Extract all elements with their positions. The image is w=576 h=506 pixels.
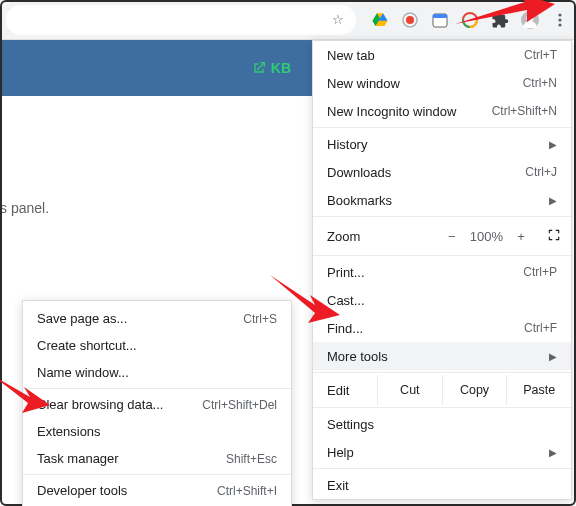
menu-separator	[313, 407, 571, 408]
menu-shortcut: Ctrl+Shift+N	[492, 104, 557, 118]
menu-more-tools[interactable]: More tools ▶	[313, 342, 571, 370]
menu-shortcut: Ctrl+P	[523, 265, 557, 279]
menu-print[interactable]: Print... Ctrl+P	[313, 258, 571, 286]
menu-label: Help	[327, 445, 354, 460]
menu-label: Settings	[327, 417, 374, 432]
svg-point-9	[558, 13, 561, 16]
menu-separator	[23, 388, 291, 389]
menu-new-incognito[interactable]: New Incognito window Ctrl+Shift+N	[313, 97, 571, 125]
copy-button[interactable]: Copy	[442, 375, 507, 405]
menu-separator	[313, 216, 571, 217]
menu-separator	[313, 468, 571, 469]
menu-bookmarks[interactable]: Bookmarks ▶	[313, 186, 571, 214]
annotation-arrow-icon	[270, 275, 340, 328]
record-icon[interactable]	[400, 10, 420, 30]
menu-label: Clear browsing data...	[37, 397, 163, 412]
menu-shortcut: Ctrl+N	[523, 76, 557, 90]
menu-history[interactable]: History ▶	[313, 130, 571, 158]
menu-label: Extensions	[37, 424, 101, 439]
page-body-text: s panel.	[0, 200, 49, 216]
menu-separator	[313, 372, 571, 373]
menu-label: New Incognito window	[327, 104, 456, 119]
menu-shortcut: Ctrl+Shift+Del	[202, 398, 277, 412]
chevron-right-icon: ▶	[549, 447, 557, 458]
menu-shortcut: Ctrl+Shift+I	[217, 484, 277, 498]
menu-new-window[interactable]: New window Ctrl+N	[313, 69, 571, 97]
svg-point-1	[406, 16, 414, 24]
cut-button[interactable]: Cut	[377, 375, 442, 405]
menu-label: New window	[327, 76, 400, 91]
kb-label: KB	[271, 60, 291, 76]
page-header: KB	[0, 40, 312, 96]
edit-label: Edit	[313, 383, 377, 398]
menu-help[interactable]: Help ▶	[313, 438, 571, 466]
svg-point-10	[558, 18, 561, 21]
zoom-in-button[interactable]: +	[509, 229, 533, 244]
menu-label: More tools	[327, 349, 388, 364]
chevron-right-icon: ▶	[549, 351, 557, 362]
menu-label: Bookmarks	[327, 193, 392, 208]
submenu-developer-tools[interactable]: Developer tools Ctrl+Shift+I	[23, 477, 291, 504]
paste-button[interactable]: Paste	[506, 375, 571, 405]
menu-label: New tab	[327, 48, 375, 63]
menu-separator	[313, 255, 571, 256]
address-bar[interactable]: ☆	[6, 5, 356, 35]
menu-label: History	[327, 137, 367, 152]
submenu-clear-browsing-data[interactable]: Clear browsing data... Ctrl+Shift+Del	[23, 391, 291, 418]
chevron-right-icon: ▶	[549, 139, 557, 150]
zoom-label: Zoom	[327, 229, 440, 244]
annotation-arrow-icon	[0, 375, 52, 418]
menu-label: Exit	[327, 478, 349, 493]
kb-button[interactable]: KB	[250, 59, 292, 77]
zoom-out-button[interactable]: −	[440, 229, 464, 244]
drive-icon[interactable]	[370, 10, 390, 30]
chrome-main-menu: New tab Ctrl+T New window Ctrl+N New Inc…	[312, 40, 572, 500]
calendar-icon[interactable]	[430, 10, 450, 30]
fullscreen-icon[interactable]	[547, 228, 561, 245]
menu-cast[interactable]: Cast...	[313, 286, 571, 314]
submenu-task-manager[interactable]: Task manager Shift+Esc	[23, 445, 291, 472]
star-icon[interactable]: ☆	[332, 12, 344, 27]
svg-point-11	[558, 23, 561, 26]
annotation-arrow-icon	[455, 0, 555, 37]
menu-exit[interactable]: Exit	[313, 471, 571, 499]
menu-zoom: Zoom − 100% +	[313, 219, 571, 253]
menu-shortcut: Shift+Esc	[226, 452, 277, 466]
submenu-create-shortcut[interactable]: Create shortcut...	[23, 332, 291, 359]
more-tools-submenu: Save page as... Ctrl+S Create shortcut..…	[22, 300, 292, 506]
menu-edit-row: Edit Cut Copy Paste	[313, 375, 571, 405]
menu-separator	[23, 474, 291, 475]
menu-label: Save page as...	[37, 311, 127, 326]
menu-shortcut: Ctrl+F	[524, 321, 557, 335]
svg-rect-3	[433, 14, 447, 18]
submenu-extensions[interactable]: Extensions	[23, 418, 291, 445]
menu-separator	[313, 127, 571, 128]
menu-downloads[interactable]: Downloads Ctrl+J	[313, 158, 571, 186]
menu-shortcut: Ctrl+T	[524, 48, 557, 62]
menu-label: Developer tools	[37, 483, 127, 498]
submenu-name-window[interactable]: Name window...	[23, 359, 291, 386]
submenu-save-page[interactable]: Save page as... Ctrl+S	[23, 305, 291, 332]
menu-shortcut: Ctrl+J	[525, 165, 557, 179]
menu-label: Downloads	[327, 165, 391, 180]
menu-new-tab[interactable]: New tab Ctrl+T	[313, 41, 571, 69]
chevron-right-icon: ▶	[549, 195, 557, 206]
menu-settings[interactable]: Settings	[313, 410, 571, 438]
zoom-value: 100%	[470, 229, 503, 244]
menu-find[interactable]: Find... Ctrl+F	[313, 314, 571, 342]
menu-label: Create shortcut...	[37, 338, 137, 353]
menu-label: Task manager	[37, 451, 119, 466]
